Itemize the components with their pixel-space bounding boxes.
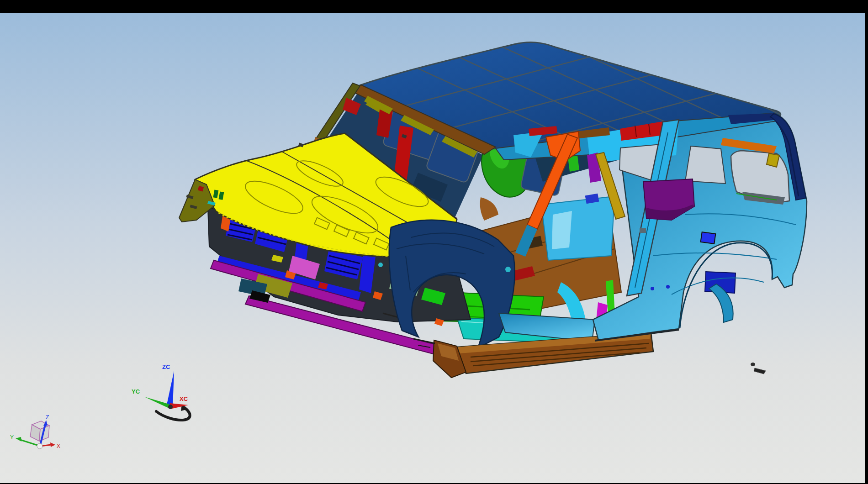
abs-x-label: X	[57, 443, 60, 449]
right-black-bar	[865, 13, 868, 484]
abs-y-label: Y	[10, 434, 14, 441]
rear-door-window-opening	[685, 146, 725, 184]
abs-z-label: Z	[46, 414, 49, 421]
cad-application-window: ZC YC XC Z Y X	[0, 0, 868, 484]
top-black-bar	[0, 0, 868, 13]
csys-origin-sphere[interactable]	[37, 443, 42, 449]
floor-pan-lightblue	[541, 196, 614, 260]
wcs-x-label: XC	[180, 395, 188, 402]
wcs-z-label: ZC	[162, 363, 170, 370]
quarter-window-bracket-mustard	[767, 153, 779, 167]
cad-viewport-canvas[interactable]: ZC YC XC Z Y X	[0, 0, 868, 484]
wcs-y-label: YC	[132, 388, 140, 395]
